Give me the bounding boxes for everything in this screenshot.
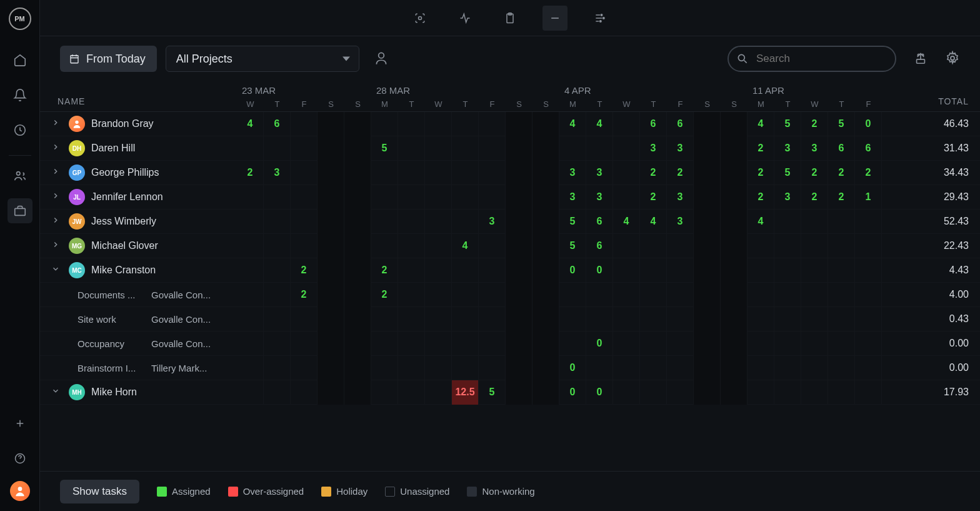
bell-icon[interactable] [8, 83, 32, 108]
workload-cell[interactable] [532, 161, 559, 185]
workload-cell[interactable] [452, 136, 479, 161]
workload-cell[interactable] [828, 307, 855, 331]
workload-cell[interactable] [318, 161, 344, 185]
workload-cell[interactable] [344, 331, 371, 356]
workload-cell[interactable] [264, 283, 291, 307]
workload-cell[interactable] [694, 283, 721, 307]
workload-cell[interactable] [264, 185, 291, 210]
workload-cell[interactable] [452, 112, 479, 136]
workload-cell[interactable] [855, 331, 882, 356]
workload-cell[interactable]: 3 [559, 161, 586, 185]
workload-cell[interactable] [479, 161, 506, 185]
workload-cell[interactable] [479, 258, 506, 283]
workload-cell[interactable]: 3 [479, 210, 506, 234]
workload-cell[interactable] [721, 234, 748, 258]
workload-cell[interactable] [721, 356, 748, 380]
share-icon[interactable] [914, 51, 928, 67]
workload-cell[interactable] [613, 356, 640, 380]
workload-cell[interactable] [344, 136, 371, 161]
workload-cell[interactable]: 5 [774, 112, 801, 136]
workload-cell[interactable] [452, 307, 479, 331]
workload-cell[interactable] [613, 307, 640, 331]
workload-cell[interactable] [291, 112, 318, 136]
workload-cell[interactable] [801, 380, 828, 405]
workload-cell[interactable] [613, 283, 640, 307]
workload-cell[interactable]: 5 [371, 136, 398, 161]
home-icon[interactable] [8, 48, 32, 73]
workload-cell[interactable] [855, 258, 882, 283]
workload-cell[interactable] [506, 210, 532, 234]
workload-cell[interactable] [774, 210, 801, 234]
workload-cell[interactable] [640, 234, 667, 258]
expand-chevron[interactable] [51, 265, 62, 276]
workload-cell[interactable] [828, 258, 855, 283]
workload-cell[interactable]: 2 [748, 161, 774, 185]
workload-cell[interactable] [452, 185, 479, 210]
workload-cell[interactable] [398, 380, 425, 405]
show-tasks-button[interactable]: Show tasks [60, 480, 139, 503]
workload-cell[interactable] [479, 283, 506, 307]
workload-cell[interactable] [398, 283, 425, 307]
workload-cell[interactable]: 12.5 [452, 380, 479, 405]
workload-cell[interactable]: 4 [237, 112, 264, 136]
workload-cell[interactable]: 2 [371, 283, 398, 307]
workload-cell[interactable] [828, 283, 855, 307]
workload-cell[interactable] [506, 331, 532, 356]
workload-cell[interactable] [694, 210, 721, 234]
workload-cell[interactable]: 2 [748, 185, 774, 210]
workload-cell[interactable]: 6 [828, 136, 855, 161]
workload-cell[interactable] [264, 136, 291, 161]
workload-cell[interactable]: 3 [774, 185, 801, 210]
workload-cell[interactable] [479, 307, 506, 331]
workload-cell[interactable] [694, 380, 721, 405]
workload-cell[interactable] [344, 283, 371, 307]
workload-cell[interactable] [640, 380, 667, 405]
expand-chevron[interactable] [51, 143, 62, 154]
clipboard-icon[interactable] [498, 6, 522, 31]
workload-cell[interactable] [855, 210, 882, 234]
workload-cell[interactable] [694, 185, 721, 210]
workload-cell[interactable] [774, 331, 801, 356]
workload-cell[interactable]: 6 [855, 136, 882, 161]
workload-cell[interactable] [318, 136, 344, 161]
workload-cell[interactable] [774, 258, 801, 283]
workload-cell[interactable] [398, 356, 425, 380]
workload-cell[interactable]: 6 [640, 112, 667, 136]
plus-icon[interactable] [8, 411, 32, 436]
workload-cell[interactable] [640, 356, 667, 380]
workload-cell[interactable] [237, 136, 264, 161]
workload-cell[interactable]: 3 [667, 136, 694, 161]
activity-icon[interactable] [452, 6, 478, 31]
workload-cell[interactable] [828, 331, 855, 356]
workload-cell[interactable] [344, 234, 371, 258]
workload-cell[interactable] [452, 258, 479, 283]
workload-cell[interactable] [237, 331, 264, 356]
workload-cell[interactable] [398, 331, 425, 356]
workload-cell[interactable]: 2 [291, 283, 318, 307]
workload-cell[interactable] [613, 258, 640, 283]
workload-cell[interactable] [855, 283, 882, 307]
workload-cell[interactable] [532, 136, 559, 161]
workload-cell[interactable]: 5 [479, 380, 506, 405]
workload-cell[interactable] [532, 331, 559, 356]
workload-cell[interactable] [291, 136, 318, 161]
workload-cell[interactable] [479, 356, 506, 380]
workload-cell[interactable] [694, 258, 721, 283]
workload-cell[interactable] [506, 136, 532, 161]
workload-cell[interactable] [586, 356, 613, 380]
workload-cell[interactable] [344, 210, 371, 234]
workload-cell[interactable] [506, 234, 532, 258]
workload-cell[interactable] [801, 258, 828, 283]
workload-cell[interactable] [855, 234, 882, 258]
workload-cell[interactable] [398, 161, 425, 185]
workload-cell[interactable]: 0 [559, 258, 586, 283]
workload-cell[interactable]: 3 [586, 161, 613, 185]
workload-cell[interactable] [586, 136, 613, 161]
workload-cell[interactable] [532, 307, 559, 331]
workload-cell[interactable] [667, 307, 694, 331]
workload-cell[interactable] [774, 307, 801, 331]
workload-cell[interactable] [613, 331, 640, 356]
workload-cell[interactable] [667, 331, 694, 356]
workload-cell[interactable] [452, 161, 479, 185]
workload-cell[interactable] [532, 210, 559, 234]
